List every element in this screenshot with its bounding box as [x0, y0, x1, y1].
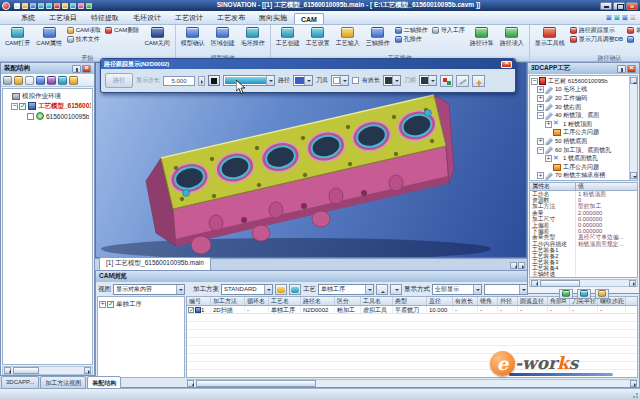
process-tree-item[interactable]: 70 粗铣主轴承座槽 [531, 172, 629, 181]
help-icon[interactable] [622, 15, 628, 21]
property-row[interactable]: 主轴转速 [530, 271, 637, 277]
menu-tab[interactable]: 面向实施 [252, 10, 294, 24]
scroll-right-icon[interactable] [629, 280, 636, 287]
tree-expander-icon[interactable] [537, 147, 544, 154]
tab-scroll-left-icon[interactable] [510, 262, 517, 269]
show-options-icon[interactable] [440, 75, 453, 87]
trace-color-select[interactable] [223, 75, 275, 86]
panel-tab[interactable]: 装配结构 [87, 376, 121, 389]
tree-expander-icon[interactable] [545, 121, 552, 128]
ribbon-button[interactable] [625, 35, 640, 44]
ribbon-button[interactable]: 二轴操作 [393, 26, 430, 35]
scroll-thumb[interactable] [540, 280, 580, 287]
capp-tool-button[interactable] [595, 289, 609, 299]
menu-tab[interactable]: CAM [294, 13, 324, 24]
cam-table-row[interactable]: 12D扫描-单独工序N2D0002粗加工虚拟工具平底铣刀10.000------… [187, 306, 637, 314]
menu-tab[interactable]: 工艺项目 [42, 10, 84, 24]
cam-table-header-cell[interactable]: 路径名 [301, 297, 335, 305]
tree-expander-icon[interactable] [545, 155, 552, 162]
marker-button[interactable] [208, 75, 220, 86]
ribbon-button[interactable]: 工艺创建 [273, 26, 303, 53]
cam-process-list-item[interactable]: 单独工序 [99, 299, 183, 309]
cam-table-header-cell[interactable]: 类型 [393, 297, 427, 305]
tool-color-select[interactable] [331, 75, 349, 86]
pin-panel-icon[interactable] [617, 65, 626, 73]
effective-length-checkbox[interactable] [352, 77, 359, 84]
tree-expander-icon[interactable] [537, 138, 544, 145]
annotate-icon[interactable] [614, 15, 620, 21]
cam-table-header-cell[interactable]: 循环名 [245, 297, 269, 305]
scroll-right-icon[interactable] [630, 380, 637, 387]
panel-tab[interactable]: 加工方法视图 [40, 376, 86, 389]
tree-checkbox[interactable] [19, 103, 26, 110]
maximize-button[interactable] [613, 2, 625, 10]
close-panel-icon[interactable] [82, 65, 91, 73]
display-mode-select[interactable]: 全部显示 [432, 284, 482, 295]
ribbon-button[interactable]: 装置干涉检查 [625, 26, 640, 35]
ribbon-button[interactable]: 孔操作 [393, 35, 430, 44]
material-icon[interactable] [70, 3, 76, 9]
process-tree-item[interactable]: 20 工件编码 [531, 94, 629, 103]
ribbon-button[interactable]: 工艺设置 [303, 26, 333, 53]
pin-panel-icon[interactable] [72, 65, 81, 73]
process-tree-item[interactable]: 工序公共问题 [531, 129, 629, 138]
cam-table-header-cell[interactable]: 工艺名 [269, 297, 301, 305]
scroll-thumb[interactable] [13, 367, 39, 374]
process-tree-item[interactable]: 工序公共问题 [531, 163, 629, 172]
process-select[interactable]: 单独工序 [318, 284, 374, 295]
view-select[interactable]: 显示对象内容 [113, 284, 185, 295]
assembly-tree-item[interactable]: 模拟作业环境 [4, 91, 91, 101]
row-checkbox[interactable] [188, 307, 194, 313]
step-input[interactable] [163, 76, 195, 86]
assembly-tree-item[interactable]: 61560010095b [4, 111, 91, 121]
ribbon-button[interactable]: 三轴操作 [363, 26, 393, 53]
scroll-up-icon[interactable] [630, 77, 637, 84]
tab-scroll-right-icon[interactable] [518, 262, 525, 269]
ribbon-button[interactable]: 区域创建 [208, 26, 238, 53]
capp-tool-button[interactable] [559, 289, 573, 299]
process-tree-item[interactable]: 工艺树 61560010095b [531, 77, 629, 86]
cam-table-header-cell[interactable]: 工具名 [361, 297, 393, 305]
menu-tab[interactable]: 工艺发布 [210, 10, 252, 24]
ribbon-button[interactable]: CAM删除 [103, 26, 141, 35]
process-tree-item[interactable]: 50 精铣底面 [531, 137, 629, 146]
process-tree-item[interactable]: 1 铣底面铣孔 [531, 154, 629, 163]
ribbon-button[interactable]: 路径读入 [497, 26, 527, 53]
cam-table-header-cell[interactable]: 加工方法 [211, 297, 245, 305]
delete-icon[interactable] [54, 3, 60, 9]
process-tree-item[interactable]: 1 粗铣顶面 [531, 120, 629, 129]
filter-select[interactable] [484, 284, 528, 295]
ribbon-button[interactable]: CAM打开 [2, 26, 33, 53]
assembly-horizontal-scrollbar[interactable] [2, 366, 93, 375]
undo-icon[interactable] [38, 3, 44, 9]
filter-icon[interactable] [36, 76, 45, 85]
scroll-left-icon[interactable] [187, 380, 194, 387]
ribbon-button[interactable]: 导入工序 [430, 26, 467, 35]
ribbon-button[interactable]: CAM关闭 [141, 26, 172, 53]
process-checkbox[interactable] [107, 301, 114, 308]
tree-expander-icon[interactable] [11, 103, 18, 110]
save-icon[interactable] [30, 3, 36, 9]
new-icon[interactable] [14, 3, 20, 9]
ribbon-button[interactable]: 工艺输入 [333, 26, 363, 53]
cam-table-header-cell[interactable]: 编号 [187, 297, 211, 305]
resize-grip[interactable] [630, 390, 639, 399]
cam-table-header-cell[interactable]: 直径 [427, 297, 453, 305]
cam-horizontal-scrollbar[interactable] [186, 379, 638, 387]
move-down-button[interactable] [390, 284, 402, 295]
scroll-left-icon[interactable] [531, 280, 538, 287]
save-icon[interactable] [3, 76, 12, 85]
ribbon-button[interactable]: 显示工具线 [532, 26, 568, 53]
scroll-down-icon[interactable] [630, 172, 637, 179]
highlight-icon[interactable] [14, 76, 23, 85]
palette-icon[interactable] [58, 76, 67, 85]
scroll-right-icon[interactable] [84, 367, 91, 374]
tree-expander-icon[interactable] [531, 78, 538, 85]
menu-tab[interactable]: 毛坯设计 [126, 10, 168, 24]
tree-expander-icon[interactable] [99, 301, 106, 308]
eraser-icon[interactable] [47, 76, 56, 85]
menu-tab[interactable]: 系统 [14, 10, 42, 24]
add-process-button[interactable] [275, 284, 287, 295]
ribbon-button[interactable]: 路径跟踪显示 [568, 26, 625, 35]
tree-vertical-scrollbar[interactable] [629, 76, 637, 180]
